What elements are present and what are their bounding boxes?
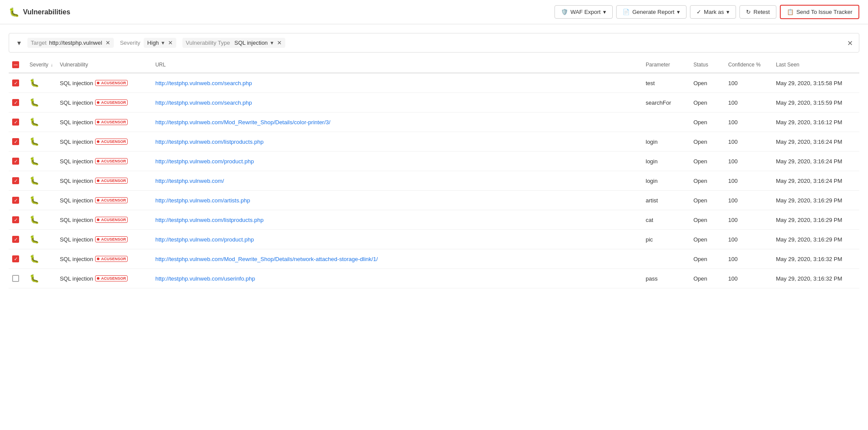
url-cell[interactable]: http://testphp.vulnweb.com/Mod_Rewrite_S… bbox=[152, 249, 642, 269]
severity-filter-label-standalone: Severity bbox=[120, 40, 140, 46]
parameter-cell: cat bbox=[642, 210, 690, 230]
select-all-header[interactable] bbox=[9, 57, 26, 73]
acusensor-badge: ACUSENSOR bbox=[95, 217, 128, 223]
severity-bug-icon: 🐛 bbox=[30, 215, 39, 224]
mark-as-button[interactable]: ✓ Mark as ▾ bbox=[690, 5, 736, 19]
vulnerability-cell: SQL injection ACUSENSOR bbox=[56, 210, 152, 230]
check-icon: ✓ bbox=[696, 9, 701, 15]
acusensor-badge: ACUSENSOR bbox=[95, 119, 128, 125]
url-link[interactable]: http://testphp.vulnweb.com/listproducts.… bbox=[155, 139, 264, 145]
vulnerability-name: SQL injection bbox=[60, 275, 93, 282]
vuln-type-filter-value: SQL injection bbox=[234, 40, 268, 46]
row-checkbox[interactable] bbox=[12, 236, 19, 243]
severity-bug-icon: 🐛 bbox=[30, 176, 39, 185]
severity-cell: 🐛 bbox=[26, 132, 56, 152]
url-link[interactable]: http://testphp.vulnweb.com/search.php bbox=[155, 99, 252, 106]
parameter-cell: test bbox=[642, 73, 690, 93]
generate-report-button[interactable]: 📄 Generate Report ▾ bbox=[616, 5, 686, 19]
confidence-cell: 100 bbox=[725, 191, 772, 210]
bug-icon: 🐛 bbox=[9, 7, 20, 17]
last-seen-cell: May 29, 2020, 3:16:29 PM bbox=[772, 191, 859, 210]
url-cell[interactable]: http://testphp.vulnweb.com/product.php bbox=[152, 152, 642, 171]
status-cell: Open bbox=[690, 269, 725, 288]
row-checkbox[interactable] bbox=[12, 158, 19, 165]
severity-column-header[interactable]: Severity ↓ bbox=[26, 57, 56, 73]
severity-bug-icon: 🐛 bbox=[30, 137, 39, 146]
url-cell[interactable]: http://testphp.vulnweb.com/artists.php bbox=[152, 191, 642, 210]
url-cell[interactable]: http://testphp.vulnweb.com/search.php bbox=[152, 93, 642, 112]
url-cell[interactable]: http://testphp.vulnweb.com/ bbox=[152, 171, 642, 191]
url-link[interactable]: http://testphp.vulnweb.com/userinfo.php bbox=[155, 275, 255, 282]
row-checkbox[interactable] bbox=[12, 255, 19, 262]
toolbar: 🛡️ WAF Export ▾ 📄 Generate Report ▾ ✓ Ma… bbox=[554, 5, 859, 19]
severity-cell: 🐛 bbox=[26, 112, 56, 132]
row-checkbox[interactable] bbox=[12, 216, 19, 223]
table-row: 🐛SQL injection ACUSENSORhttp://testphp.v… bbox=[9, 93, 859, 112]
url-cell[interactable]: http://testphp.vulnweb.com/Mod_Rewrite_S… bbox=[152, 112, 642, 132]
retest-icon: ↻ bbox=[746, 9, 751, 15]
status-cell: Open bbox=[690, 230, 725, 249]
filter-bar-close[interactable]: ✕ bbox=[847, 39, 853, 47]
status-cell: Open bbox=[690, 93, 725, 112]
acusensor-badge: ACUSENSOR bbox=[95, 256, 128, 262]
page-title: Vulnerabilities bbox=[23, 8, 70, 16]
table-row: 🐛SQL injection ACUSENSORhttp://testphp.v… bbox=[9, 269, 859, 288]
url-cell[interactable]: http://testphp.vulnweb.com/product.php bbox=[152, 230, 642, 249]
url-link[interactable]: http://testphp.vulnweb.com/search.php bbox=[155, 80, 252, 86]
vulnerability-name: SQL injection bbox=[60, 236, 93, 243]
table-body: 🐛SQL injection ACUSENSORhttp://testphp.v… bbox=[9, 73, 859, 288]
parameter-cell: artist bbox=[642, 191, 690, 210]
parameter-cell: pass bbox=[642, 269, 690, 288]
url-link[interactable]: http://testphp.vulnweb.com/Mod_Rewrite_S… bbox=[155, 256, 378, 262]
header: 🐛 Vulnerabilities 🛡️ WAF Export ▾ 📄 Gene… bbox=[0, 0, 868, 24]
status-cell: Open bbox=[690, 171, 725, 191]
last-seen-cell: May 29, 2020, 3:16:32 PM bbox=[772, 269, 859, 288]
url-cell[interactable]: http://testphp.vulnweb.com/listproducts.… bbox=[152, 210, 642, 230]
vuln-type-filter-close[interactable]: ✕ bbox=[277, 40, 282, 46]
row-checkbox[interactable] bbox=[12, 99, 19, 106]
severity-filter-close[interactable]: ✕ bbox=[168, 40, 173, 46]
severity-dropdown-icon[interactable]: ▾ bbox=[162, 40, 165, 46]
url-link[interactable]: http://testphp.vulnweb.com/product.php bbox=[155, 236, 254, 243]
waf-export-button[interactable]: 🛡️ WAF Export ▾ bbox=[554, 5, 613, 19]
severity-cell: 🐛 bbox=[26, 210, 56, 230]
row-checkbox[interactable] bbox=[12, 119, 19, 126]
url-link[interactable]: http://testphp.vulnweb.com/product.php bbox=[155, 158, 254, 165]
select-all-checkbox[interactable] bbox=[12, 61, 19, 68]
row-checkbox[interactable] bbox=[12, 79, 19, 86]
table-row: 🐛SQL injection ACUSENSORhttp://testphp.v… bbox=[9, 112, 859, 132]
url-cell[interactable]: http://testphp.vulnweb.com/userinfo.php bbox=[152, 269, 642, 288]
severity-filter-chip: High ▾ ✕ bbox=[144, 38, 176, 48]
confidence-cell: 100 bbox=[725, 132, 772, 152]
chevron-down-icon: ▾ bbox=[726, 9, 729, 15]
table-row: 🐛SQL injection ACUSENSORhttp://testphp.v… bbox=[9, 171, 859, 191]
url-cell[interactable]: http://testphp.vulnweb.com/search.php bbox=[152, 73, 642, 93]
row-checkbox[interactable] bbox=[12, 138, 19, 145]
chevron-down-icon: ▾ bbox=[603, 9, 606, 15]
parameter-cell bbox=[642, 112, 690, 132]
acusensor-badge: ACUSENSOR bbox=[95, 275, 128, 281]
acusensor-badge: ACUSENSOR bbox=[95, 178, 128, 184]
row-checkbox[interactable] bbox=[12, 275, 19, 282]
url-link[interactable]: http://testphp.vulnweb.com/artists.php bbox=[155, 197, 250, 204]
url-cell[interactable]: http://testphp.vulnweb.com/listproducts.… bbox=[152, 132, 642, 152]
vulnerability-name: SQL injection bbox=[60, 139, 93, 145]
row-checkbox[interactable] bbox=[12, 197, 19, 204]
last-seen-cell: May 29, 2020, 3:16:12 PM bbox=[772, 112, 859, 132]
status-cell: Open bbox=[690, 152, 725, 171]
url-link[interactable]: http://testphp.vulnweb.com/ bbox=[155, 178, 224, 184]
table-row: 🐛SQL injection ACUSENSORhttp://testphp.v… bbox=[9, 191, 859, 210]
parameter-column-header: Parameter bbox=[642, 57, 690, 73]
vulnerability-cell: SQL injection ACUSENSOR bbox=[56, 132, 152, 152]
url-link[interactable]: http://testphp.vulnweb.com/listproducts.… bbox=[155, 217, 264, 223]
table-row: 🐛SQL injection ACUSENSORhttp://testphp.v… bbox=[9, 230, 859, 249]
last-seen-cell: May 29, 2020, 3:16:24 PM bbox=[772, 132, 859, 152]
row-checkbox[interactable] bbox=[12, 177, 19, 184]
url-link[interactable]: http://testphp.vulnweb.com/Mod_Rewrite_S… bbox=[155, 119, 330, 126]
retest-button[interactable]: ↻ Retest bbox=[739, 5, 776, 19]
last-seen-column-header: Last Seen bbox=[772, 57, 859, 73]
target-filter-close[interactable]: ✕ bbox=[106, 40, 110, 46]
send-to-issue-tracker-button[interactable]: 📋 Send To Issue Tracker bbox=[780, 5, 859, 19]
vuln-type-dropdown-icon[interactable]: ▾ bbox=[271, 40, 274, 46]
confidence-cell: 100 bbox=[725, 210, 772, 230]
